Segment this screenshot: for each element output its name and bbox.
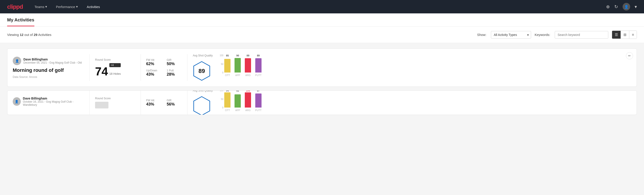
bar-ott bbox=[224, 92, 230, 108]
round-score-section: Round Score 74 +4 18 Holes bbox=[95, 58, 135, 77]
up-down-value: 43% bbox=[146, 72, 161, 77]
user-info: Dave Billingham December 05, 2021 - Gog … bbox=[24, 58, 82, 64]
chart-col-app: 82 APP bbox=[234, 90, 241, 112]
card-info: 👤 Dave Billingham October 16, 2021 - Gog… bbox=[13, 96, 84, 109]
fw-hit-stat: FW Hit 62% bbox=[146, 58, 161, 66]
fw-hit-value: 62% bbox=[146, 62, 161, 66]
bar-arg bbox=[245, 92, 251, 108]
card-divider-2 bbox=[140, 54, 141, 81]
page-title: My Activities bbox=[7, 14, 34, 26]
chart-col-arg: 106 ARG bbox=[245, 90, 251, 112]
nav-teams[interactable]: Teams ▾ bbox=[34, 5, 48, 9]
logo: clippd bbox=[7, 3, 23, 10]
show-label: Show: bbox=[477, 33, 486, 36]
user-name: Dave Billingham bbox=[24, 58, 82, 61]
round-score-section: Round Score bbox=[95, 97, 135, 108]
fw-hit-value: 43% bbox=[146, 102, 161, 107]
avatar-icon: 👤 bbox=[624, 5, 628, 9]
activity-type-wrapper: All Activity Types bbox=[491, 31, 531, 38]
avatar-placeholder-icon: 👤 bbox=[15, 59, 19, 63]
chevron-down-icon: ▾ bbox=[76, 5, 78, 9]
bar-chart: 100 50 0 85 OTT 90 bbox=[218, 54, 300, 81]
user-avatar[interactable]: 👤 bbox=[622, 3, 630, 10]
nav-activities[interactable]: Activities bbox=[86, 5, 101, 9]
gir-stat: GIR 56% bbox=[167, 99, 182, 107]
chart-col-arg: 89 ARG bbox=[245, 54, 251, 76]
gir-stat: GIR 50% bbox=[167, 58, 182, 66]
gir-label: GIR bbox=[167, 99, 182, 102]
chart-y-labels: 100 50 0 bbox=[218, 90, 223, 109]
score-diff: +4 bbox=[109, 63, 121, 67]
chart-col-ott: 94 OTT bbox=[224, 90, 230, 112]
activity-type-select[interactable]: All Activity Types bbox=[491, 31, 531, 38]
activity-card: ✏ 👤 Dave Billingham December 05, 2021 - … bbox=[7, 48, 637, 87]
compact-view-button[interactable]: ≡ bbox=[629, 31, 637, 38]
score-display: 74 +4 18 Holes bbox=[95, 63, 135, 77]
avg-shot-label: Avg Shot Quality bbox=[193, 90, 213, 92]
avg-shot-label: Avg Shot Quality bbox=[193, 54, 213, 57]
up-down-label: Up/Down bbox=[146, 69, 161, 72]
gir-value: 56% bbox=[167, 102, 182, 107]
edit-button[interactable]: ✏ bbox=[626, 52, 633, 59]
chart-col-putt: 87 PUTT bbox=[255, 90, 262, 112]
fw-hit-label: FW Hit bbox=[146, 99, 161, 102]
activity-count: Viewing 12 out of 29 Activities bbox=[7, 33, 474, 36]
hexagon bbox=[193, 96, 211, 115]
card-info: 👤 Dave Billingham December 05, 2021 - Go… bbox=[13, 57, 84, 78]
grid-view-button[interactable]: ⊞ bbox=[621, 31, 629, 38]
gir-value: 50% bbox=[167, 62, 182, 66]
score-number: 74 bbox=[95, 66, 108, 77]
score-placeholder bbox=[95, 102, 108, 108]
chevron-down-icon: ▾ bbox=[45, 5, 47, 9]
sub-header: My Activities bbox=[0, 14, 644, 26]
user-info: Dave Billingham October 16, 2021 - Gog M… bbox=[23, 96, 84, 106]
avatar: 👤 bbox=[13, 97, 21, 106]
bar-putt bbox=[255, 58, 262, 72]
date-course: October 16, 2021 - Gog Magog Golf Club -… bbox=[23, 100, 84, 106]
avatar-placeholder-icon: 👤 bbox=[15, 100, 18, 103]
chart-col-ott: 85 OTT bbox=[224, 54, 230, 76]
one-putt-value: 28% bbox=[167, 72, 182, 77]
chart-col-app: 90 APP bbox=[234, 54, 241, 76]
card-user: 👤 Dave Billingham December 05, 2021 - Go… bbox=[13, 57, 84, 65]
refresh-icon[interactable]: ↻ bbox=[614, 4, 618, 9]
round-score-label: Round Score bbox=[95, 58, 135, 61]
up-down-stat: Up/Down 43% bbox=[146, 69, 161, 77]
card-divider-2 bbox=[140, 90, 141, 115]
add-icon[interactable]: ⊕ bbox=[606, 4, 610, 9]
score-holes: 18 Holes bbox=[109, 72, 121, 76]
search-input[interactable] bbox=[555, 31, 608, 38]
bar-chart: 100 50 0 94 OTT 82 bbox=[218, 90, 300, 115]
bar-ott bbox=[224, 59, 230, 72]
hexagon-svg bbox=[193, 96, 211, 115]
hexagon: 89 bbox=[193, 61, 211, 81]
hexagon-wrapper bbox=[193, 96, 211, 115]
activity-list: ✏ 👤 Dave Billingham December 05, 2021 - … bbox=[0, 43, 644, 120]
hexagon-value: 89 bbox=[198, 68, 205, 74]
fw-hit-label: FW Hit bbox=[146, 58, 161, 62]
nav-right-actions: ⊕ ↻ 👤 ▾ bbox=[606, 3, 637, 10]
user-name: Dave Billingham bbox=[23, 96, 84, 100]
card-divider bbox=[90, 90, 90, 115]
bar-app bbox=[234, 58, 241, 72]
filter-bar: Viewing 12 out of 29 Activities Show: Al… bbox=[0, 26, 644, 43]
nav-performance[interactable]: Performance ▾ bbox=[55, 5, 79, 9]
activity-card: 👤 Dave Billingham October 16, 2021 - Gog… bbox=[7, 90, 637, 115]
card-divider-3 bbox=[187, 54, 188, 81]
data-source: Data Source: Arccos bbox=[13, 76, 84, 78]
date-course: December 05, 2021 - Gog Magog Golf Club … bbox=[24, 61, 82, 64]
stats-section: FW Hit 43% GIR 56% bbox=[146, 99, 182, 107]
chart-col-putt: 89 PUTT bbox=[255, 54, 262, 76]
svg-marker-1 bbox=[194, 96, 210, 115]
fw-hit-stat: FW Hit 43% bbox=[146, 99, 161, 107]
avg-shot-section: Avg Shot Quality 100 50 0 bbox=[193, 90, 300, 115]
card-user: 👤 Dave Billingham October 16, 2021 - Gog… bbox=[13, 96, 84, 106]
user-menu-chevron[interactable]: ▾ bbox=[635, 4, 637, 9]
one-putt-label: 1 Putt bbox=[167, 69, 182, 72]
list-view-button[interactable]: ☰ bbox=[612, 31, 621, 38]
card-divider bbox=[90, 54, 90, 81]
bar-arg bbox=[245, 58, 251, 72]
round-score-label: Round Score bbox=[95, 97, 135, 100]
view-toggles: ☰ ⊞ ≡ bbox=[612, 30, 637, 39]
gir-label: GIR bbox=[167, 58, 182, 62]
